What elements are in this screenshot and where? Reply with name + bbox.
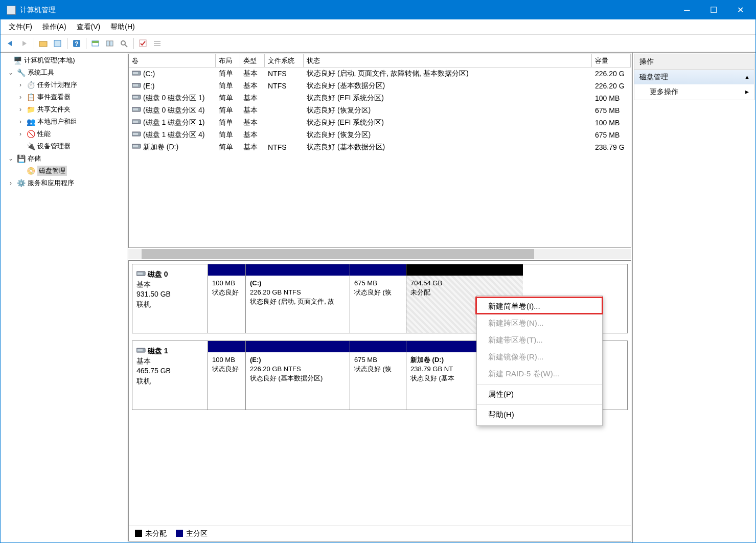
volume-list[interactable]: 卷 布局 类型 文件系统 状态 容量 (C:)简单基本NTFS状态良好 (启动,… [128,54,631,248]
chevron-right-icon: ▸ [745,87,749,97]
close-button[interactable]: ✕ [727,1,753,19]
partition[interactable]: (C:)226.20 GB NTFS状态良好 (启动, 页面文件, 故 [246,264,350,333]
actions-more[interactable]: 更多操作▸ [634,84,754,100]
volume-list-header: 卷 布局 类型 文件系统 状态 容量 [129,54,631,67]
volume-row[interactable]: (C:)简单基本NTFS状态良好 (启动, 页面文件, 故障转储, 基本数据分区… [129,67,631,80]
drive-icon [132,131,141,137]
check-icon[interactable] [136,37,150,50]
svg-rect-29 [138,273,143,275]
list-icon[interactable] [151,37,164,50]
svg-rect-10 [140,40,146,47]
nav-tree[interactable]: 🖥️计算机管理(本地) ⌄🔧系统工具 ›⏱️任务计划程序 ›📋事件查看器 ›📁共… [1,53,127,542]
actions-panel: 操作 磁盘管理▴ 更多操作▸ [633,53,755,542]
actions-section[interactable]: 磁盘管理▴ [634,70,754,84]
menu-new-striped-volume: 新建带区卷(T)... [477,332,602,349]
svg-rect-23 [133,121,138,123]
volume-row[interactable]: (磁盘 0 磁盘分区 4)简单基本状态良好 (恢复分区)675 MB [129,104,631,117]
partition[interactable]: 675 MB状态良好 (恢 [350,341,406,410]
collapse-icon: ▴ [745,73,749,82]
window-controls: ─ ☐ ✕ [674,1,753,19]
menu-new-simple-volume[interactable]: 新建简单卷(I)... [477,298,602,315]
properties-icon[interactable] [51,37,64,50]
drive-icon [132,70,141,76]
svg-point-8 [121,41,125,45]
forward-button[interactable] [18,37,31,50]
tree-shared-folders[interactable]: ›📁共享文件夹 [2,103,126,116]
help-icon[interactable]: ? [70,37,83,50]
disk-info[interactable]: 磁盘 0基本931.50 GB联机 [132,264,208,333]
tree-device-manager[interactable]: 🔌设备管理器 [2,140,126,152]
volume-row[interactable]: (磁盘 0 磁盘分区 1)简单基本状态良好 (EFI 系统分区)100 MB [129,92,631,104]
tree-task-scheduler[interactable]: ›⏱️任务计划程序 [2,79,126,91]
volume-row[interactable]: (磁盘 1 磁盘分区 1)简单基本状态良好 (EFI 系统分区)100 MB [129,117,631,129]
svg-rect-5 [92,41,99,43]
drive-icon [132,119,141,125]
volume-row[interactable]: (磁盘 1 磁盘分区 4)简单基本状态良好 (恢复分区)675 MB [129,129,631,141]
col-volume[interactable]: 卷 [129,54,216,67]
svg-rect-25 [133,133,138,135]
svg-rect-17 [133,84,138,86]
menu-new-mirrored-volume: 新建镜像卷(R)... [477,349,602,366]
window-title: 计算机管理 [20,6,674,15]
tree-event-viewer[interactable]: ›📋事件查看器 [2,91,126,103]
tree-local-users[interactable]: ›👥本地用户和组 [2,116,126,128]
drive-icon [132,143,141,149]
partition[interactable]: 100 MB状态良好 [208,341,246,410]
back-button[interactable] [4,37,17,50]
svg-rect-31 [138,349,143,351]
menu-help[interactable]: 帮助(H) [477,406,602,423]
volume-row[interactable]: 新加卷 (D:)简单基本NTFS状态良好 (基本数据分区)238.79 G [129,141,631,153]
folder-icon[interactable] [37,37,50,50]
volume-rows: (C:)简单基本NTFS状态良好 (启动, 页面文件, 故障转储, 基本数据分区… [129,67,631,153]
svg-rect-1 [54,40,61,47]
menubar: 文件(F) 操作(A) 查看(V) 帮助(H) [1,19,755,35]
svg-rect-15 [133,72,138,74]
partition[interactable]: 100 MB状态良好 [208,264,246,333]
col-capacity[interactable]: 容量 [592,54,631,67]
tree-disk-management[interactable]: 📀磁盘管理 [2,165,126,177]
col-status[interactable]: 状态 [304,54,592,67]
partition[interactable]: (E:)226.20 GB NTFS状态良好 (基本数据分区) [246,341,350,410]
titlebar: 计算机管理 ─ ☐ ✕ [1,1,755,19]
toolbar: ? [1,35,755,52]
volume-row[interactable]: (E:)简单基本NTFS状态良好 (基本数据分区)226.20 G [129,80,631,92]
minimize-button[interactable]: ─ [674,1,700,19]
partition[interactable]: 675 MB状态良好 (恢 [350,264,406,333]
maximize-button[interactable]: ☐ [700,1,727,19]
context-menu: 新建简单卷(I)... 新建跨区卷(N)... 新建带区卷(T)... 新建镜像… [476,296,603,426]
tree-performance[interactable]: ›🚫性能 [2,128,126,140]
drive-icon [136,347,146,355]
drive-icon [132,94,141,100]
tree-storage[interactable]: ⌄💾存储 [2,152,126,165]
legend: 未分配 主分区 [129,526,631,541]
view2-icon[interactable] [103,37,117,50]
col-type[interactable]: 类型 [240,54,265,67]
tree-system-tools[interactable]: ⌄🔧系统工具 [2,66,126,79]
menu-help[interactable]: 帮助(H) [105,21,140,33]
app-icon [7,6,16,15]
col-filesystem[interactable]: 文件系统 [265,54,304,67]
svg-rect-0 [39,41,47,47]
disk-info[interactable]: 磁盘 1基本465.75 GB联机 [132,341,208,410]
app-window: 计算机管理 ─ ☐ ✕ 文件(F) 操作(A) 查看(V) 帮助(H) ? 🖥️… [0,0,756,543]
view1-icon[interactable] [89,37,102,50]
svg-rect-7 [110,41,113,46]
svg-rect-6 [106,41,109,46]
tree-services-apps[interactable]: ›⚙️服务和应用程序 [2,177,126,189]
menu-properties[interactable]: 属性(P) [477,386,602,403]
horizontal-scrollbar[interactable] [128,249,631,259]
menu-new-raid5-volume: 新建 RAID-5 卷(W)... [477,366,602,382]
tree-root[interactable]: 🖥️计算机管理(本地) [2,54,126,66]
svg-rect-21 [133,108,138,110]
search-icon[interactable] [118,37,131,50]
drive-icon [132,106,141,112]
svg-rect-27 [133,145,138,147]
menu-action[interactable]: 操作(A) [37,21,72,33]
menu-new-spanned-volume: 新建跨区卷(N)... [477,315,602,332]
svg-line-9 [125,44,127,47]
col-layout[interactable]: 布局 [216,54,240,67]
scroll-thumb[interactable] [142,249,534,259]
legend-primary: 主分区 [176,529,208,538]
menu-view[interactable]: 查看(V) [72,21,106,33]
menu-file[interactable]: 文件(F) [4,21,37,33]
